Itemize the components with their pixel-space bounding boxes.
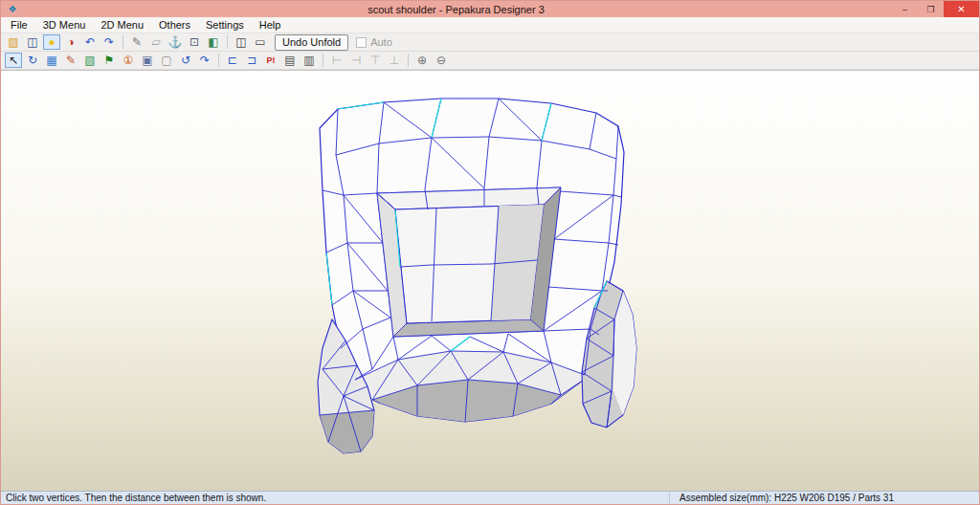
menu-file[interactable]: File bbox=[3, 18, 35, 32]
menu-settings[interactable]: Settings bbox=[198, 18, 252, 32]
3d-model-canvas[interactable] bbox=[1, 71, 979, 493]
shoulder-model bbox=[318, 99, 636, 453]
maximize-button[interactable]: ❐ bbox=[918, 1, 944, 17]
edge-join-icon[interactable]: ⊏ bbox=[224, 53, 241, 68]
part-number-icon[interactable]: P! bbox=[262, 53, 279, 68]
align-top-icon[interactable]: ⊤ bbox=[367, 53, 384, 68]
image-icon[interactable]: ▣ bbox=[139, 53, 156, 68]
status-hint-text: Click two vertices. Then the distance be… bbox=[6, 493, 266, 503]
pen-icon[interactable]: ✎ bbox=[128, 34, 145, 50]
zoom-in-icon[interactable]: ⊕ bbox=[413, 53, 431, 68]
toolbar-group-tools: ↖↻▦✎▧⚑①▣▢↺↷ bbox=[4, 53, 214, 68]
texture-icon[interactable]: ▧ bbox=[81, 53, 99, 68]
blank-page-icon[interactable]: ▢ bbox=[158, 53, 175, 68]
view-single-icon[interactable]: ▭ bbox=[252, 34, 269, 50]
select-icon[interactable]: ↖ bbox=[5, 53, 22, 68]
toolbar-group-align: ⊢⊣⊤⊥ bbox=[327, 53, 404, 68]
toolbar-separator bbox=[408, 54, 409, 67]
menubar: File3D Menu2D MenuOthersSettingsHelp bbox=[1, 17, 979, 33]
toolbar-group-edit: ✎▱⚓⊡◧ bbox=[127, 34, 223, 50]
close-button[interactable]: ✕ bbox=[944, 1, 979, 17]
show-3d-light-icon[interactable]: ● bbox=[43, 34, 60, 50]
menu-3d-menu[interactable]: 3D Menu bbox=[35, 18, 94, 32]
window-controls: – ❐ ✕ bbox=[892, 1, 979, 17]
menu-help[interactable]: Help bbox=[252, 18, 289, 32]
menu-others[interactable]: Others bbox=[151, 18, 198, 32]
auto-checkbox-label: Auto bbox=[370, 36, 392, 48]
paintbrush-icon[interactable]: ✎ bbox=[62, 53, 79, 68]
toolbar-main: ▨◫●◑↶↷ ✎▱⚓⊡◧ ◫▭ Undo Unfold Auto bbox=[1, 33, 979, 52]
texture-sphere-icon[interactable]: ◑ bbox=[62, 34, 79, 50]
align-left-icon[interactable]: ⊢ bbox=[328, 53, 345, 68]
material-icon[interactable]: ◧ bbox=[205, 34, 222, 50]
edge-split-icon[interactable]: ⊐ bbox=[243, 53, 260, 68]
align-right-icon[interactable]: ⊣ bbox=[347, 53, 365, 68]
undo-unfold-button[interactable]: Undo Unfold bbox=[275, 34, 348, 51]
box-select-icon[interactable]: ⊡ bbox=[186, 34, 203, 50]
flag-icon[interactable]: ⚑ bbox=[100, 53, 118, 68]
rotate-cw-icon[interactable]: ↷ bbox=[196, 53, 213, 68]
auto-checkbox-box[interactable] bbox=[356, 37, 367, 48]
eraser-icon[interactable]: ▱ bbox=[147, 34, 165, 50]
sheet-icon[interactable]: ▤ bbox=[281, 53, 299, 68]
part-order-icon[interactable]: ① bbox=[120, 53, 137, 68]
toolbar-tools: ↖↻▦✎▧⚑①▣▢↺↷ ⊏⊐P!▤▥ ⊢⊣⊤⊥ ⊕⊖ bbox=[1, 52, 979, 70]
save-icon[interactable]: ◫ bbox=[24, 34, 41, 50]
toolbar-group-view: ◫▭ bbox=[232, 34, 270, 50]
window-title: scout shoulder - Pepakura Designer 3 bbox=[20, 4, 892, 15]
toolbar-group-zoom: ⊕⊖ bbox=[412, 53, 451, 68]
toolbar-separator bbox=[122, 35, 123, 49]
undo-icon[interactable]: ↶ bbox=[81, 34, 99, 50]
minimize-button[interactable]: – bbox=[892, 1, 918, 17]
zoom-out-icon[interactable]: ⊖ bbox=[433, 53, 450, 68]
anchor-icon[interactable]: ⚓ bbox=[167, 34, 184, 50]
menu-2d-menu[interactable]: 2D Menu bbox=[93, 18, 151, 32]
toolbar-group-edges: ⊏⊐P!▤▥ bbox=[223, 53, 319, 68]
titlebar[interactable]: ❖ scout shoulder - Pepakura Designer 3 –… bbox=[1, 1, 979, 17]
printer-icon[interactable]: ▥ bbox=[301, 53, 318, 68]
auto-checkbox[interactable]: Auto bbox=[356, 36, 392, 48]
pepakura-window: ❖ scout shoulder - Pepakura Designer 3 –… bbox=[0, 0, 980, 505]
toolbar-group-file: ▨◫●◑↶↷ bbox=[4, 34, 119, 50]
left-flap-shadow bbox=[320, 410, 374, 453]
open-file-icon[interactable]: ▨ bbox=[5, 34, 22, 50]
align-bottom-icon[interactable]: ⊥ bbox=[386, 53, 403, 68]
orbit-rotate-icon[interactable]: ↻ bbox=[24, 53, 41, 68]
grid-icon[interactable]: ▦ bbox=[43, 53, 60, 68]
toolbar-separator bbox=[227, 35, 228, 49]
redo-icon[interactable]: ↷ bbox=[100, 34, 118, 50]
statusbar: Click two vertices. Then the distance be… bbox=[1, 491, 979, 504]
app-icon: ❖ bbox=[5, 4, 20, 14]
3d-viewport[interactable] bbox=[1, 70, 979, 491]
rotate-ccw-icon[interactable]: ↺ bbox=[177, 53, 194, 68]
toolbar-separator bbox=[323, 54, 323, 67]
view-split-icon[interactable]: ◫ bbox=[233, 34, 250, 50]
assembled-size-text: Assembled size(mm): H225 W206 D195 / Par… bbox=[669, 493, 974, 503]
toolbar-separator bbox=[218, 54, 219, 67]
